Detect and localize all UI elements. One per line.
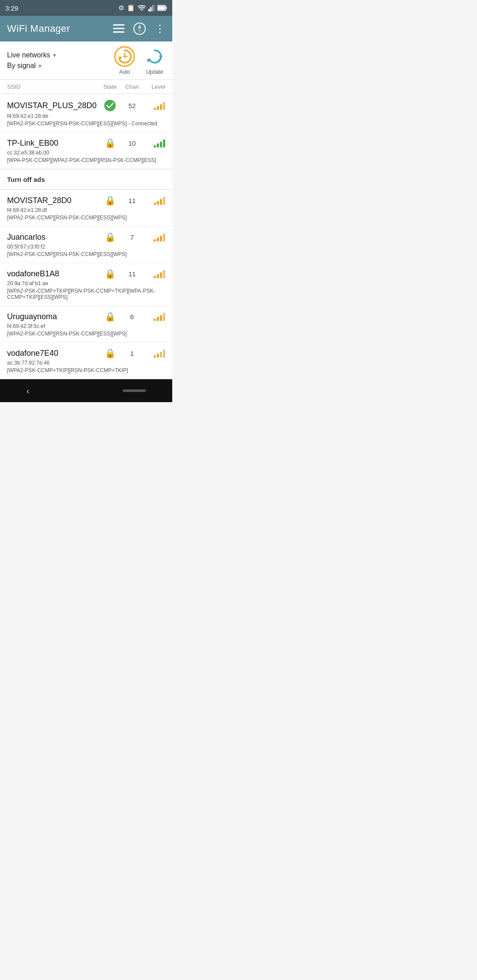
ad-banner[interactable]: Turn off ads <box>0 169 172 190</box>
network-ssid-3: Juancarlos <box>7 233 99 242</box>
signal-bar-1 <box>154 108 156 110</box>
app-bar-actions: ⋮ <box>113 23 165 35</box>
network-item-4[interactable]: vodafoneB1A8 🔒 11 20:9a:7d:af:b1:ae [WPA… <box>0 263 172 306</box>
lock-icon-3: 🔒 <box>105 232 116 242</box>
network-level-1 <box>143 139 165 147</box>
svg-rect-2 <box>150 7 151 11</box>
signal-icon <box>148 4 155 11</box>
network-state-3: 🔒 <box>99 232 121 242</box>
menu-icon[interactable] <box>113 24 125 33</box>
network-item-1[interactable]: TP-Link_EB00 🔒 10 cc:32:e5:38:eb:00 [WPA… <box>0 132 172 169</box>
network-level-3 <box>143 233 165 241</box>
header-ssid: SSID <box>7 83 99 90</box>
svg-rect-1 <box>148 9 150 11</box>
signal-bar-2 <box>157 201 159 205</box>
header-level: Level <box>143 83 165 90</box>
svg-marker-12 <box>138 24 141 29</box>
network-details-3: 00:5f:67:c3:f0:f2 <box>7 244 165 250</box>
network-state-1: 🔒 <box>99 138 121 148</box>
signal-bar-1 <box>154 145 156 147</box>
signal-bar-4 <box>163 350 165 358</box>
network-item-3[interactable]: Juancarlos 🔒 7 00:5f:67:c3:f0:f2 [WPA2-P… <box>0 226 172 263</box>
signal-bar-1 <box>154 355 156 358</box>
signal-bar-3 <box>160 236 162 241</box>
network-item-0[interactable]: MOVISTAR_PLUS_28D0 52 f4:69:42:e1:28:de … <box>0 94 172 132</box>
auto-button[interactable]: Auto <box>114 46 135 75</box>
signal-bar-1 <box>154 276 156 278</box>
network-details-6: ac:3b:77:92:7e:46 <box>7 360 165 366</box>
network-details-1: cc:32:e5:38:eb:00 <box>7 150 165 156</box>
network-security-3: [WPA2-PSK-CCMP][RSN-PSK-CCMP][ESS][WPS] <box>7 251 165 257</box>
network-ssid-4: vodafoneB1A8 <box>7 269 99 279</box>
network-details-2: f4:69:42:e1:28:df <box>7 207 165 213</box>
network-state-2: 🔒 <box>99 195 121 206</box>
network-item-6[interactable]: vodafone7E40 🔒 1 ac:3b:77:92:7e:46 [WPA2… <box>0 343 172 379</box>
signal-bar-4 <box>163 139 165 147</box>
compass-icon[interactable] <box>133 23 146 35</box>
network-item-2[interactable]: MOVISTAR_28D0 🔒 11 f4:69:42:e1:28:df [WP… <box>0 190 172 226</box>
status-time: 3:29 <box>5 4 18 12</box>
network-state-0 <box>99 99 121 112</box>
network-level-5 <box>143 312 165 321</box>
svg-rect-7 <box>166 7 167 9</box>
svg-point-0 <box>141 10 142 11</box>
signal-bar-2 <box>157 143 159 147</box>
update-icon <box>144 46 165 67</box>
network-chan-2: 11 <box>121 197 143 204</box>
signal-bar-3 <box>160 142 162 147</box>
signal-bar-3 <box>160 315 162 321</box>
sort-label: By signal <box>7 62 36 70</box>
network-item-5[interactable]: Uruguaynoma 🔒 6 f4:69:42:3f:5c:ef [WPA2-… <box>0 306 172 343</box>
update-label: Update <box>146 69 163 75</box>
header-chan: Chan <box>121 83 143 90</box>
header-state: State <box>99 83 121 90</box>
update-button[interactable]: Update <box>144 46 165 75</box>
more-icon[interactable]: ⋮ <box>155 23 165 35</box>
home-indicator[interactable] <box>123 389 146 392</box>
sort-chevron: ▾ <box>38 62 42 69</box>
network-type-label: Live networks <box>7 51 50 59</box>
filter-left: Live networks ▾ By signal ▾ <box>7 51 56 70</box>
network-details-5: f4:69:42:3f:5c:ef <box>7 323 165 329</box>
signal-bar-3 <box>160 272 162 278</box>
signal-bar-4 <box>163 313 165 321</box>
signal-bar-2 <box>157 274 159 278</box>
signal-bar-3 <box>160 352 162 358</box>
network-chan-4: 11 <box>121 270 143 278</box>
signal-bar-1 <box>154 319 156 321</box>
signal-bar-3 <box>160 199 162 205</box>
svg-rect-9 <box>113 28 125 29</box>
network-details-0: f4:69:42:e1:28:de <box>7 113 165 119</box>
network-level-2 <box>143 196 165 205</box>
table-header: SSID State Chan Level <box>0 80 172 94</box>
network-chan-1: 10 <box>121 139 143 147</box>
network-type-chevron: ▾ <box>53 52 56 59</box>
svg-rect-8 <box>113 24 125 26</box>
network-level-0 <box>143 101 165 110</box>
network-list: MOVISTAR_PLUS_28D0 52 f4:69:42:e1:28:de … <box>0 94 172 379</box>
clipboard-icon: 📋 <box>127 4 135 12</box>
back-button[interactable]: ‹ <box>26 386 30 396</box>
network-type-dropdown[interactable]: Live networks ▾ <box>7 51 56 59</box>
network-ssid-1: TP-Link_EB00 <box>7 139 99 148</box>
sort-dropdown[interactable]: By signal ▾ <box>7 62 56 70</box>
bottom-nav: ‹ <box>0 379 172 402</box>
status-bar: 3:29 ⚙ 📋 <box>0 0 172 16</box>
signal-bar-2 <box>157 317 159 321</box>
settings-icon: ⚙ <box>118 4 124 12</box>
status-icons: ⚙ 📋 <box>118 4 167 12</box>
auto-label: Auto <box>119 69 130 75</box>
network-ssid-6: vodafone7E40 <box>7 349 99 358</box>
lock-icon-5: 🔒 <box>105 311 116 322</box>
filter-actions: Auto Update <box>114 46 165 75</box>
network-state-5: 🔒 <box>99 311 121 322</box>
network-security-2: [WPA2-PSK-CCMP][RSN-PSK-CCMP][ESS][WPS] <box>7 215 165 221</box>
network-security-6: [WPA2-PSK-CCMP+TKIP][RSN-PSK-CCMP+TKIP] <box>7 367 165 373</box>
lock-icon-6: 🔒 <box>105 348 116 358</box>
filter-section: Live networks ▾ By signal ▾ Auto <box>0 41 172 80</box>
signal-bar-2 <box>157 106 159 110</box>
auto-icon <box>114 46 135 67</box>
signal-bar-4 <box>163 270 165 278</box>
network-chan-5: 6 <box>121 313 143 320</box>
network-chan-0: 52 <box>121 102 143 109</box>
